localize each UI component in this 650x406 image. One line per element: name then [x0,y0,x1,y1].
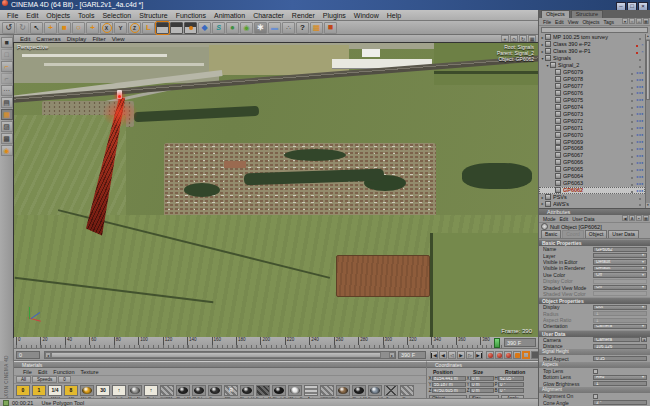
use-color-dropdown[interactable]: Off [593,272,647,278]
title-bar[interactable]: CINEMA 4D (64 Bit) - [GARL2v1_4a.c4d *] … [0,0,650,10]
rotation-field[interactable]: 0 ° [498,382,524,387]
object-name[interactable]: GP6062 [563,187,631,193]
visibility-dots-icon[interactable] [631,73,633,75]
objects-toolbar-icon[interactable]: ▾ [622,18,628,24]
viewport-menu-item[interactable]: Cameras [33,36,63,42]
orientation-dropdown[interactable]: Camera [593,324,647,330]
object-name[interactable]: PSVs [553,194,639,200]
tree-row[interactable]: GP6074 ◂◂● [539,103,645,110]
transport-button[interactable]: ◁ [448,351,456,359]
viewport-menu-item[interactable]: Filter [89,36,108,42]
tree-row[interactable]: GP6062 ◂◂● [539,187,645,194]
toolbar-button[interactable]: ▬ [268,22,281,34]
mode-button[interactable]: ◉ [1,145,13,156]
object-name[interactable]: GP6069 [563,139,631,145]
visibility-dots-icon[interactable] [631,80,633,82]
tree-row[interactable]: GP6069 ◂◂● [539,138,645,145]
object-name[interactable]: GP6065 [563,166,631,172]
tree-row[interactable]: GP6079 ◂◂● [539,69,645,76]
toolbar-button[interactable]: X [100,22,113,34]
record-button[interactable] [504,351,512,359]
object-tags-icon[interactable]: × [641,42,644,47]
materials-tab[interactable]: All [16,376,31,383]
toolbar-button[interactable]: ↺ [2,22,15,34]
shaded-color-swatch[interactable] [593,291,647,296]
size-field[interactable]: 0 m [470,382,494,387]
visibility-dots-icon[interactable] [631,128,633,130]
panel-tab[interactable]: Objects [541,10,570,18]
toolbar-button[interactable]: ∴ [282,22,295,34]
toolbar-button[interactable]: L [142,22,155,34]
visibility-dots-icon[interactable] [631,114,633,116]
toolbar-button[interactable]: Y [114,22,127,34]
tree-row[interactable]: ▾ Signal_2 [539,62,645,69]
layer-dropdown[interactable] [593,253,647,259]
aspect-ratio-field[interactable]: 1 [593,318,647,323]
object-name[interactable]: GP6075 [563,97,631,103]
toolbar-button[interactable]: + [86,22,99,34]
menu-item[interactable]: Functions [172,12,210,19]
mode-button[interactable]: ⌐ [1,61,13,72]
object-name[interactable]: GP6079 [563,69,631,75]
attribute-tab[interactable]: User Data [608,230,639,238]
view-nav-icon[interactable]: + [501,35,509,42]
tree-row[interactable]: GP6065 ◂◂● [539,166,645,173]
toolbar-button[interactable]: ? [296,22,309,34]
toolbar-button[interactable]: ○ [72,22,85,34]
attributes-menu-item[interactable]: User Data [570,216,597,222]
size-field[interactable]: 0 m [470,376,494,381]
playhead[interactable] [494,338,500,348]
viewport-menu-item[interactable]: Display [64,36,90,42]
visibility-dots-icon[interactable] [631,156,633,158]
object-tags-icon[interactable]: ◂◂● [636,132,644,137]
mode-button[interactable]: ⋯ [1,85,13,96]
name-field[interactable]: GP6062 [593,247,647,252]
tree-row[interactable]: ▸ PSVs [539,194,645,201]
tree-scroll-thumb[interactable] [646,40,650,100]
visibility-dots-icon[interactable] [636,52,638,54]
distance-field[interactable]: 106.126 [593,344,647,349]
transport-button[interactable]: ▷ [466,351,474,359]
record-button[interactable] [522,351,530,359]
visibility-dots-icon[interactable] [639,204,641,206]
object-name[interactable]: GP6076 [563,90,631,96]
object-tags-icon[interactable]: ◂◂● [636,153,644,158]
object-tags-icon[interactable]: ◂◂● [636,167,644,172]
objects-toolbar-icon[interactable]: ⌂ [636,18,642,24]
objects-menu-item[interactable]: Objects [580,19,601,25]
visibility-dots-icon[interactable] [631,93,633,95]
toolbar-button[interactable]: S [212,22,225,34]
object-tags-icon[interactable]: ◂◂● [636,104,644,109]
tree-row[interactable]: GP6075 ◂◂● [539,96,645,103]
record-button[interactable] [486,351,494,359]
materials-menu-item[interactable]: Function [50,369,77,375]
record-button[interactable] [495,351,503,359]
object-tags-icon[interactable]: ◂◂● [636,84,644,89]
range-end-field[interactable]: 390 F [398,351,426,359]
scrollbar-thumb[interactable] [51,352,381,358]
toolbar-button[interactable]: ↻ [16,22,29,34]
alignment-on-checkbox[interactable] [593,394,598,399]
transport-button[interactable]: ◀ [439,351,447,359]
materials-tab[interactable]: 0 [58,376,71,383]
camera-link-field[interactable]: Camera [593,337,640,342]
attributes-menu-item[interactable]: Edit [558,216,571,222]
viewport-menu-item[interactable]: Edit [17,36,33,42]
bottom-lens-dropdown[interactable]: Red [593,375,647,381]
object-tags-icon[interactable]: ◂◂● [636,139,644,144]
object-name[interactable]: GP6072 [563,118,631,124]
object-name[interactable]: GP6063 [563,180,631,186]
display-dropdown[interactable]: Dot [593,305,647,311]
toolbar-button[interactable]: ■ [324,22,337,34]
object-properties-header[interactable]: Object Properties [539,297,650,304]
tree-row[interactable]: ▸ AWS's [539,201,645,208]
visibility-dots-icon[interactable] [631,170,633,172]
menu-item[interactable]: Window [350,12,383,19]
materials-menu-item[interactable]: Edit [35,369,50,375]
menu-item[interactable]: Plugins [319,12,350,19]
mode-button[interactable]: ▩ [1,133,13,144]
visibility-dots-icon[interactable] [639,66,641,68]
objects-toolbar-icon[interactable]: ○ [629,18,635,24]
object-name[interactable]: GP6073 [563,111,631,117]
mode-button[interactable]: ▤ [1,97,13,108]
